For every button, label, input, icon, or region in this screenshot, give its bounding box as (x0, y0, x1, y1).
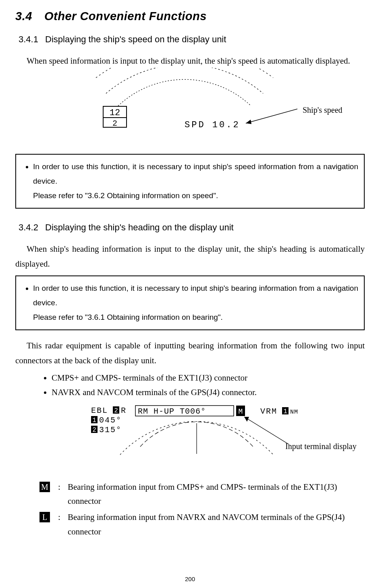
paragraph: This radar equipment is capable of input… (15, 338, 365, 368)
note-line: Please refer to "3.6.1 Obtaining informa… (22, 310, 358, 325)
definition-body: Bearing information input from NAVRX and… (68, 510, 350, 539)
subsection-number: 3.4.2 (19, 222, 45, 233)
subsection-number: 3.4.1 (19, 34, 45, 45)
spd-readout: SPD 10.2 (185, 120, 240, 130)
range-upper: 12 (110, 108, 120, 118)
key-badge-m: M (39, 482, 50, 492)
key-badge-l: L (39, 512, 50, 522)
radar-top-illustration: EBL 2 R 1 045° 2 315° RM H-UP T006° M VR… (76, 402, 366, 471)
colon: : (58, 480, 68, 509)
mode-text: RM H-UP T006° (138, 407, 206, 416)
page: 3.4Other Convenient Functions 3.4.1Displ… (0, 0, 380, 588)
section-number: 3.4 (15, 10, 44, 23)
page-number: 200 (0, 576, 380, 582)
ebl-badge: 2 (114, 407, 118, 414)
subsection-heading: 3.4.1Displaying the ship's speed on the … (19, 34, 365, 45)
ebl-suffix: R (121, 406, 126, 415)
vrm-unit: NM (290, 409, 298, 416)
subsection-title: Displaying the ship's heading on the dis… (45, 222, 234, 232)
vrm-label: VRM (260, 407, 277, 416)
ebl1-value: 045° (99, 416, 122, 425)
note-bullet: In order to use this function, it is nec… (33, 159, 358, 188)
colon: : (58, 510, 68, 539)
svg-text:2: 2 (92, 427, 96, 434)
figure-label: Input terminal display (285, 442, 357, 451)
radar-ring-illustration: 12 2 SPD 10.2 (88, 68, 297, 140)
svg-line-2 (246, 109, 297, 123)
svg-marker-3 (246, 120, 251, 124)
figure-ship-speed: 12 2 SPD 10.2 Ship's speed (15, 69, 365, 150)
mode-badge: M (239, 408, 243, 416)
section-title: Other Convenient Functions (44, 10, 207, 23)
list-item: CMPS+ and CMPS- terminals of the EXT1(J3… (52, 371, 365, 385)
definition-row: L : Bearing information input from NAVRX… (39, 510, 350, 539)
definition-list: M : Bearing information input from CMPS+… (39, 478, 350, 541)
section-heading: 3.4Other Convenient Functions (15, 10, 365, 23)
subsection-title: Displaying the ship's speed on the displ… (45, 34, 226, 44)
definition-row: M : Bearing information input from CMPS+… (39, 480, 350, 509)
range-lower: 2 (112, 119, 117, 128)
paragraph: When speed information is input to the d… (15, 54, 365, 68)
paragraph: When ship's heading information is input… (15, 242, 365, 271)
bullet-list: CMPS+ and CMPS- terminals of the EXT1(J3… (52, 371, 365, 400)
svg-line-14 (244, 417, 289, 445)
definition-body: Bearing information input from CMPS+ and… (68, 480, 350, 509)
note-box: In order to use this function, it is nec… (15, 275, 365, 330)
ebl-label: EBL (91, 406, 108, 415)
subsection-heading: 3.4.2Displaying the ship's heading on th… (19, 222, 365, 233)
note-bullet: In order to use this function, it is nec… (33, 281, 358, 310)
svg-text:1: 1 (92, 417, 96, 424)
list-item: NAVRX and NAVCOM terminals of the GPS(J4… (52, 385, 365, 400)
figure-heading-display: EBL 2 R 1 045° 2 315° RM H-UP T006° M VR… (15, 402, 365, 473)
note-box: In order to use this function, it is nec… (15, 154, 365, 209)
svg-text:1: 1 (283, 408, 287, 415)
figure-label: Ship's speed (303, 106, 343, 115)
ebl2-value: 315° (99, 425, 122, 435)
note-line: Please refer to "3.6.2 Obtaining informa… (22, 188, 358, 203)
